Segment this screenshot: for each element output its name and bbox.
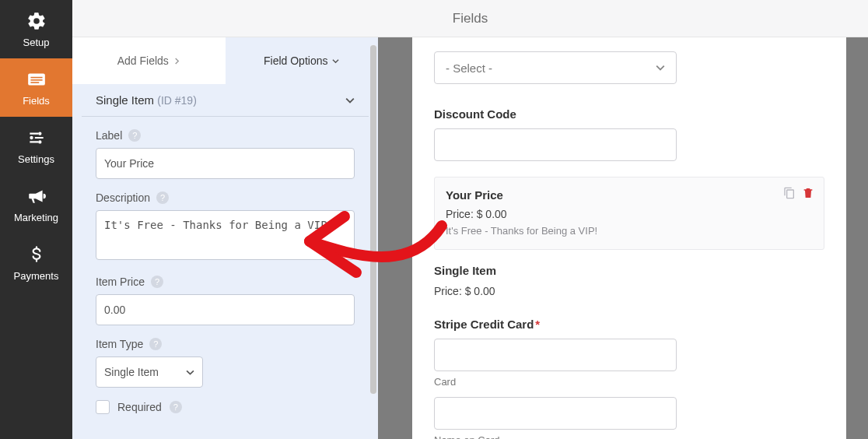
form-icon [26,68,47,90]
tab-label: Field Options [264,54,327,67]
option-required: Required ? [82,388,369,414]
chevron-down-icon [332,58,339,65]
field-label: Required [117,401,162,413]
help-icon[interactable]: ? [149,338,162,350]
your-price-label: Your Price [446,188,813,202]
preview-select[interactable]: - Select - [434,51,677,84]
dollar-icon [26,244,47,265]
stripe-name-sublabel: Name on Card [434,434,824,439]
description-input[interactable]: It's Free - Thanks for Being a VIP! [96,210,355,260]
help-icon[interactable]: ? [170,401,182,413]
field-label: Item Price [96,276,145,288]
section-title: Single Item (ID #19) [96,93,197,107]
gutter-left [378,37,412,439]
chevron-right-icon [173,58,180,65]
nav-item-marketing[interactable]: Marketing [0,175,72,234]
nav-label: Fields [23,95,50,107]
tab-add-fields[interactable]: Add Fields [72,37,226,84]
discount-code-label: Discount Code [434,107,824,121]
stripe-name-input[interactable] [434,397,677,430]
option-description: Description ? It's Free - Thanks for Bei… [82,179,369,263]
single-item-label: Single Item [434,264,824,277]
label-input[interactable] [96,148,355,179]
stripe-card-input[interactable] [434,339,677,371]
nav-item-setup[interactable]: Setup [0,0,72,58]
section-header[interactable]: Single Item (ID #19) [82,84,369,117]
stripe-card-sublabel: Card [434,376,824,388]
sliders-icon [26,127,47,149]
page-title: Fields [453,11,488,26]
nav-label: Settings [18,153,54,165]
field-options-panel: Add Fields Field Options Single Item (ID… [72,37,378,439]
nav-item-fields[interactable]: Fields [0,58,72,117]
help-icon[interactable]: ? [156,191,169,204]
gutter-right [846,37,868,439]
select-placeholder: - Select - [446,61,492,75]
section-name: Single Item [96,93,154,107]
page-title-bar: Fields [72,0,868,37]
nav-item-settings[interactable]: Settings [0,117,72,175]
panel-tabs: Add Fields Field Options [72,37,378,84]
stripe-label: Stripe Credit Card* [434,318,824,331]
bullhorn-icon [26,185,47,207]
your-price-value: Price: $ 0.00 [446,208,813,220]
svg-rect-1 [30,77,42,79]
chevron-down-icon [656,63,665,72]
field-label: Item Type [96,338,143,350]
duplicate-icon[interactable] [783,187,796,199]
preview-your-price-card[interactable]: Your Price Price: $ 0.00 It's Free - Tha… [434,177,824,250]
option-item-price: Item Price ? [82,263,369,325]
select-value: Single Item [104,366,159,378]
required-star: * [535,318,540,331]
preview-panel: - Select - Discount Code Your Price Pric… [412,37,846,439]
your-price-desc: It's Free - Thanks for Being a VIP! [446,225,813,237]
field-label: Label [96,129,122,142]
option-label: Label ? [82,117,369,179]
option-item-type: Item Type ? Single Item [82,325,369,388]
nav-label: Setup [23,37,50,48]
svg-rect-2 [30,79,42,81]
trash-icon[interactable] [802,187,814,199]
scrollbar-track [370,45,376,394]
item-type-select[interactable]: Single Item [96,356,203,388]
required-checkbox[interactable] [96,400,110,414]
section-id: (ID #19) [157,94,197,107]
nav-label: Payments [14,270,59,282]
item-price-input[interactable] [96,294,355,325]
chevron-down-icon [345,96,355,105]
scrollbar-thumb[interactable] [370,45,376,394]
help-icon[interactable]: ? [151,276,163,288]
gear-icon [26,10,47,32]
tab-label: Add Fields [117,54,169,67]
svg-rect-3 [30,82,39,83]
single-item-price: Price: $ 0.00 [434,285,824,297]
nav-label: Marketing [14,212,58,223]
nav-item-payments[interactable]: Payments [0,234,72,292]
tab-field-options[interactable]: Field Options [226,37,379,84]
chevron-down-icon [186,368,194,377]
field-label: Description [96,191,150,204]
discount-code-input[interactable] [434,128,677,161]
help-icon[interactable]: ? [128,129,141,142]
nav-sidebar: Setup Fields Settings Marketing Payments [0,0,72,439]
